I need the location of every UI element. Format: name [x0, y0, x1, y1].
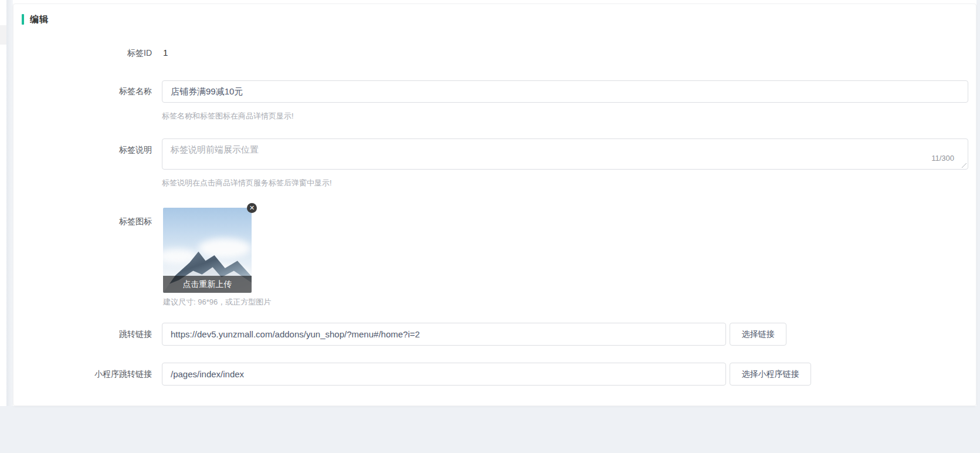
page-background-right	[976, 0, 980, 406]
mini-link-input[interactable]	[162, 363, 726, 386]
tag-name-label: 标签名称	[13, 86, 152, 97]
edit-form-card: 编辑 标签ID 1 标签名称 标签名称和标签图标在商品详情页显示! 标签说明 1…	[13, 4, 976, 406]
tag-id-value: 1	[163, 48, 168, 58]
close-icon[interactable]: ✕	[247, 203, 257, 213]
tag-icon-image-preview[interactable]: 点击重新上传 ✕	[163, 208, 252, 293]
select-link-button[interactable]: 选择链接	[730, 323, 786, 346]
tag-desc-helper: 标签说明在点击商品详情页服务标签后弹窗中显示!	[162, 178, 332, 188]
tag-name-input[interactable]	[162, 80, 968, 103]
reupload-overlay[interactable]: 点击重新上传	[163, 276, 252, 293]
tag-id-label: 标签ID	[13, 48, 152, 59]
tag-desc-label: 标签说明	[13, 145, 152, 155]
tag-desc-textarea[interactable]	[162, 138, 968, 170]
reupload-label: 点击重新上传	[183, 279, 232, 290]
card-header: 编辑	[13, 13, 49, 25]
tag-icon-helper: 建议尺寸: 96*96，或正方型图片	[163, 297, 271, 307]
char-counter: 11/300	[931, 154, 954, 163]
tag-name-helper: 标签名称和标签图标在商品详情页显示!	[162, 111, 294, 121]
jump-link-label: 跳转链接	[13, 329, 152, 340]
tag-desc-wrap: 11/300	[162, 138, 968, 170]
page-title: 编辑	[30, 14, 49, 25]
accent-bar-icon	[22, 14, 24, 25]
left-edge-strip	[6, 0, 13, 406]
page-background-bottom	[0, 406, 980, 453]
select-mini-link-button[interactable]: 选择小程序链接	[730, 363, 811, 386]
jump-link-input[interactable]	[162, 323, 726, 346]
mini-link-label: 小程序跳转链接	[13, 369, 152, 380]
tag-icon-label: 标签图标	[13, 217, 152, 227]
left-edge-box	[0, 25, 6, 45]
